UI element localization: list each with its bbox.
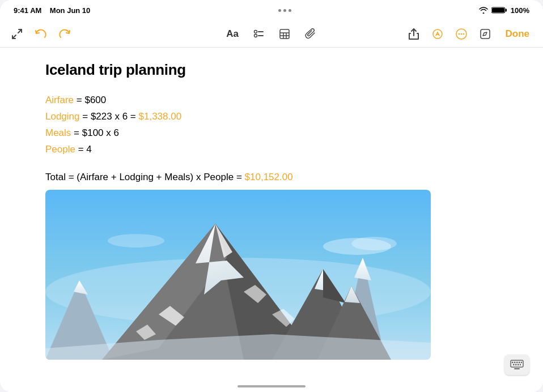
status-date: Mon Jun 10 xyxy=(50,6,91,15)
mountain-image xyxy=(45,190,431,360)
toolbar-right: Done xyxy=(406,26,534,42)
font-icon[interactable]: Aa xyxy=(224,26,240,42)
svg-rect-52 xyxy=(516,362,518,364)
note-lines: Airfare = $600 Lodging = $223 x 6 = $1,3… xyxy=(45,92,516,158)
ipad-frame: 9:41 AM Mon Jun 10 100% xyxy=(0,0,543,392)
more-icon[interactable] xyxy=(453,26,469,42)
line-lodging: Lodging = $223 x 6 = $1,338.00 xyxy=(45,109,516,125)
svg-point-9 xyxy=(254,30,257,33)
svg-rect-53 xyxy=(519,362,520,364)
svg-point-22 xyxy=(460,33,462,35)
dot-1 xyxy=(278,9,281,12)
meals-label: Meals xyxy=(45,127,71,138)
svg-rect-58 xyxy=(520,364,521,366)
undo-icon[interactable] xyxy=(33,26,49,42)
edit-icon[interactable] xyxy=(477,26,493,42)
people-label: People xyxy=(45,144,75,155)
keyboard-icon xyxy=(510,360,524,370)
markup-icon[interactable] xyxy=(430,26,446,42)
table-icon[interactable] xyxy=(277,26,292,42)
checklist-icon[interactable] xyxy=(251,26,266,42)
status-center-dots xyxy=(278,9,291,12)
svg-point-47 xyxy=(351,237,397,250)
dot-2 xyxy=(283,9,286,12)
collapse-icon[interactable] xyxy=(9,26,25,42)
svg-rect-56 xyxy=(515,364,517,366)
airfare-label: Airfare xyxy=(45,95,74,105)
mountain-scene xyxy=(45,190,431,360)
total-line: Total = (Airfare + Lodging + Meals) x Pe… xyxy=(45,169,516,186)
share-icon[interactable] xyxy=(406,26,422,42)
svg-point-23 xyxy=(463,33,464,35)
status-right: 100% xyxy=(479,6,529,15)
line-meals: Meals = $100 x 6 xyxy=(45,125,516,142)
done-button[interactable]: Done xyxy=(501,26,534,42)
status-time: 9:41 AM xyxy=(14,6,41,15)
home-indicator xyxy=(0,381,543,392)
redo-icon[interactable] xyxy=(57,26,73,42)
wifi-icon xyxy=(479,7,488,14)
line-airfare: Airfare = $600 xyxy=(45,92,516,109)
svg-point-21 xyxy=(458,33,460,35)
total-computed: $10,152.00 xyxy=(245,172,293,182)
svg-rect-13 xyxy=(280,29,289,39)
svg-rect-51 xyxy=(514,362,516,364)
svg-rect-54 xyxy=(521,362,522,364)
toolbar: Aa xyxy=(0,20,543,48)
svg-point-18 xyxy=(433,29,442,39)
svg-rect-1 xyxy=(492,8,504,12)
svg-rect-50 xyxy=(512,362,514,364)
lodging-label: Lodging xyxy=(45,111,80,122)
svg-point-48 xyxy=(108,234,164,248)
dot-3 xyxy=(289,9,291,12)
svg-rect-59 xyxy=(514,368,520,369)
note-content: Iceland trip planning Airfare = $600 Lod… xyxy=(0,48,543,381)
svg-rect-24 xyxy=(481,29,490,39)
meals-value: = $100 x 6 xyxy=(74,127,119,138)
lodging-computed: $1,338.00 xyxy=(139,111,182,122)
svg-rect-2 xyxy=(505,9,507,12)
keyboard-toggle-button[interactable] xyxy=(504,355,529,375)
battery-icon xyxy=(491,6,507,14)
attachment-icon[interactable] xyxy=(303,26,319,42)
lodging-value: = $223 x 6 = xyxy=(82,111,136,122)
toolbar-center: Aa xyxy=(224,26,319,42)
svg-point-10 xyxy=(254,34,257,37)
total-prefix: Total = (Airfare + Lodging + Meals) x Pe… xyxy=(45,172,242,182)
battery-percent: 100% xyxy=(511,6,529,15)
home-bar xyxy=(237,385,306,387)
people-value: = 4 xyxy=(78,144,92,155)
line-people: People = 4 xyxy=(45,142,516,158)
svg-rect-57 xyxy=(517,364,519,366)
svg-rect-49 xyxy=(511,360,523,367)
status-bar: 9:41 AM Mon Jun 10 100% xyxy=(0,0,543,20)
status-time-date: 9:41 AM Mon Jun 10 xyxy=(14,6,90,15)
note-title[interactable]: Iceland trip planning xyxy=(45,61,516,79)
airfare-value: = $600 xyxy=(77,95,106,105)
svg-rect-55 xyxy=(513,364,515,366)
toolbar-left xyxy=(9,26,406,42)
